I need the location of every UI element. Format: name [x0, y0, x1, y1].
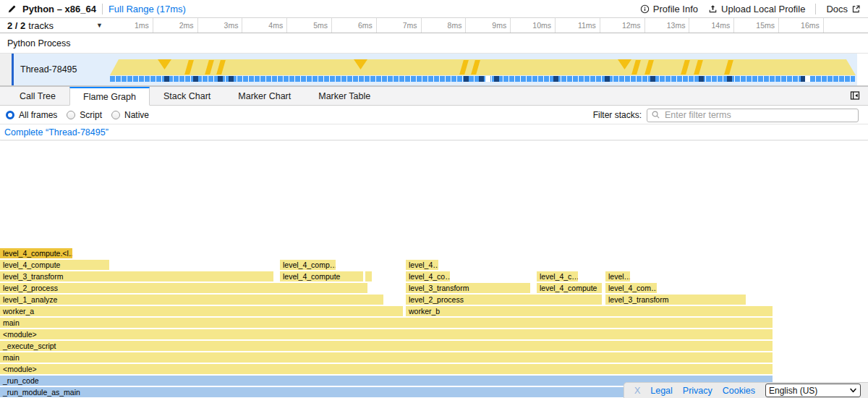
flame-frame[interactable]: level_4_compute [280, 271, 363, 281]
flame-frame[interactable]: <module> [0, 329, 773, 339]
radio-all-frames[interactable]: All frames [6, 110, 57, 120]
flame-frame[interactable]: level_3_transform [605, 295, 746, 305]
flame-frame[interactable]: level_4… [406, 260, 438, 270]
radio-script[interactable]: Script [67, 110, 102, 120]
edit-pencil-icon[interactable] [7, 4, 17, 14]
sample-strip-dark-segment [727, 76, 732, 82]
footer-close-button[interactable]: X [634, 386, 640, 396]
flame-frame[interactable]: level_2_process [406, 295, 602, 305]
flame-frame-label: level_3_transform [406, 283, 530, 293]
radio-selected-icon [6, 111, 14, 119]
sample-strip-dark-segment [164, 76, 169, 82]
profile-info-button[interactable]: Profile Info [640, 4, 698, 14]
flame-frame[interactable]: main [0, 352, 773, 363]
flame-graph-toolbar: All frames Script Native Filter stacks: [0, 106, 868, 124]
flame-frame[interactable]: <module> [0, 364, 773, 374]
sidebar-toggle-icon[interactable] [849, 90, 861, 101]
sample-strip-dark-segment [650, 76, 655, 82]
flame-frame[interactable]: level_3_transform [406, 283, 530, 293]
flame-frame-label: level_3_transform [605, 295, 746, 305]
sample-strip-dark-segment [193, 76, 198, 82]
flame-frame[interactable]: worker_a [0, 306, 403, 316]
filter-stacks-label: Filter stacks: [593, 110, 642, 120]
tab-flame-graph[interactable]: Flame Graph [69, 87, 150, 106]
docs-link[interactable]: Docs [826, 4, 861, 14]
flame-frame[interactable]: level_4_compute [0, 260, 109, 270]
flame-frame[interactable] [365, 271, 372, 281]
transform-breadcrumb: Complete “Thread-78495” [0, 124, 868, 140]
track-right-margin [857, 54, 868, 82]
tab-marker-chart[interactable]: Marker Chart [224, 87, 305, 105]
flame-frame-label: level_3_transform [0, 271, 273, 281]
divider [815, 4, 816, 14]
flame-frame[interactable]: level_3_transform [0, 271, 273, 281]
radio-unselected-icon [67, 111, 75, 119]
tab-stack-chart[interactable]: Stack Chart [150, 87, 224, 105]
thread-track-accent-bar [12, 54, 14, 85]
flame-frame-label: <module> [0, 364, 773, 374]
flame-frame[interactable]: level… [605, 271, 630, 281]
flame-frame-label: level_2_process [406, 295, 602, 305]
tab-marker-table[interactable]: Marker Table [305, 87, 384, 105]
sample-strip-dark-segment [699, 76, 704, 82]
filter-stacks-input[interactable] [647, 109, 859, 122]
flame-frame[interactable]: level_1_analyze [0, 295, 383, 305]
privacy-link[interactable]: Privacy [683, 386, 712, 396]
flame-frame-label: level… [605, 271, 630, 281]
upload-icon [708, 4, 718, 14]
flame-frame[interactable]: main [0, 318, 773, 328]
footer-bar: X Legal Privacy Cookies English (US) [624, 382, 868, 398]
flame-graph-canvas[interactable]: level_4_compute.<l…level_4_computelevel_… [0, 141, 868, 398]
flame-frame-label: level_4_c… [537, 271, 578, 281]
thread-label: Thread-78495 [20, 54, 77, 85]
radio-native[interactable]: Native [111, 110, 149, 120]
flame-frame[interactable]: level_4_compute.<l… [0, 248, 72, 258]
tracks-dropdown-icon[interactable]: ▼ [96, 18, 103, 33]
process-track-header[interactable]: Python Process [0, 33, 868, 54]
frame-filter-radios: All frames Script Native [6, 110, 149, 120]
timeline-header: 2 / 2 tracks ▼ 1ms2ms3ms4ms5ms6ms7ms8ms9… [0, 18, 868, 33]
flame-frame[interactable]: level_4_com… [605, 283, 657, 293]
upload-profile-button[interactable]: Upload Local Profile [708, 4, 805, 14]
flame-frame[interactable]: level_4_c… [537, 271, 578, 281]
flame-frame-label: <module> [0, 329, 773, 339]
sample-strip-dark-segment [229, 76, 234, 82]
flame-frame-label: level_4_comp… [280, 260, 336, 270]
flame-frame[interactable]: level_2_process [0, 283, 367, 293]
flame-frame[interactable]: level_4_comp… [280, 260, 336, 270]
sample-strip-dark-segment [553, 76, 558, 82]
sample-strip-gap [486, 76, 490, 82]
flame-frame-label: worker_a [0, 306, 403, 316]
info-icon [640, 4, 650, 14]
flame-frame-label: level_1_analyze [0, 295, 383, 305]
thread-track-gutter [0, 54, 12, 85]
flame-frame-label: level_4_compute [537, 283, 602, 293]
flame-frame-label: level_4_compute [0, 260, 109, 270]
chevron-down-icon [849, 386, 857, 394]
breadcrumb-complete-thread[interactable]: Complete “Thread-78495” [0, 127, 109, 137]
full-range-link[interactable]: Full Range (17ms) [109, 4, 186, 14]
flame-frame-label: level_2_process [0, 283, 367, 293]
cookies-link[interactable]: Cookies [723, 386, 755, 396]
flame-frame-label: _execute_script [0, 341, 773, 351]
tracks-count: 2 / 2 tracks [7, 18, 54, 33]
legal-link[interactable]: Legal [650, 386, 673, 396]
flame-frame-label: main [0, 318, 773, 328]
flame-frame[interactable]: _execute_script [0, 341, 773, 351]
flame-frame-label: level_4_compute.<l… [0, 248, 72, 258]
thread-activity-graph[interactable] [109, 54, 868, 85]
flame-frame[interactable]: level_4_co… [406, 271, 450, 281]
flame-frame[interactable]: worker_b [406, 306, 773, 316]
sample-strip-dark-segment [218, 76, 223, 82]
thread-track[interactable]: Thread-78495 [0, 54, 868, 85]
search-icon [651, 110, 660, 119]
language-select[interactable]: English (US) [765, 384, 861, 397]
flame-frame-label: level_4_co… [406, 271, 450, 281]
flame-frame-label: level_4_com… [605, 283, 657, 293]
top-bar: Python – x86_64 Full Range (17ms) Profil… [0, 0, 868, 18]
flame-frame-label: level_4… [406, 260, 438, 270]
sample-strip-gap [805, 76, 809, 82]
tab-call-tree[interactable]: Call Tree [6, 87, 69, 105]
flame-frame[interactable]: level_4_compute [537, 283, 602, 293]
divider [102, 4, 103, 14]
